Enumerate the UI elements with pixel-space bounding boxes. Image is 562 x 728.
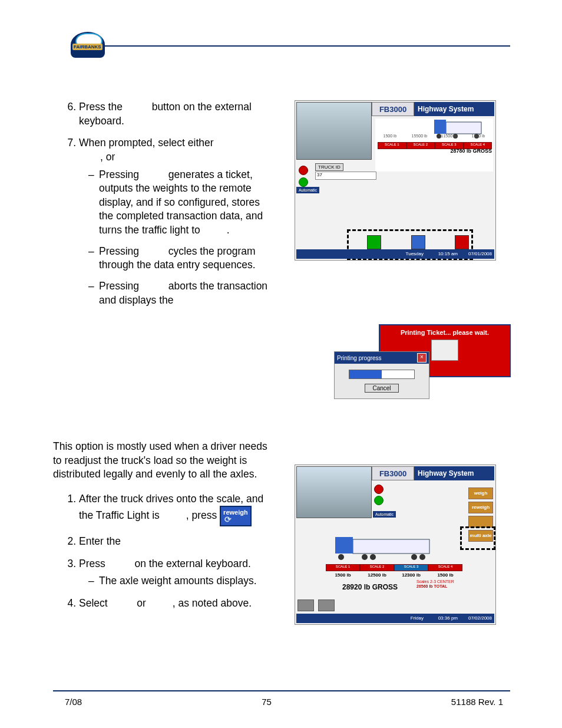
step-b2: Enter the (79, 535, 277, 549)
text: or (134, 597, 149, 609)
weight-val: 15500 lb (405, 134, 434, 138)
svg-point-9 (370, 554, 376, 560)
toolbar-button[interactable] (318, 599, 335, 611)
footer-rule (53, 690, 510, 691)
step-6: Press the button on the external keyboar… (79, 100, 277, 128)
page-number: 75 (262, 697, 272, 707)
fairbanks-logo: FAIRBANKS (71, 32, 105, 58)
svg-rect-1 (434, 120, 446, 134)
red-light-icon (374, 485, 384, 494)
footer-date: 7/08 (65, 697, 82, 707)
text: Press the (79, 101, 125, 113)
scale-tab: SCALE 4 (428, 564, 462, 571)
center-total: Scales 2-3 CENTER 26560 lb TOTAL (416, 579, 454, 588)
toolbar-buttons (297, 599, 337, 612)
status-date: 07/01/2008 (468, 251, 492, 256)
step-b4: Select or , as noted above. (79, 597, 277, 611)
green-light-icon (374, 496, 384, 505)
status-time: 03:36 pm (438, 615, 458, 621)
scale-tab: SCALE 2 (360, 564, 394, 571)
step-b1: After the truck drives onto the scale, a… (79, 492, 277, 526)
window-title: Printing progress (337, 355, 382, 361)
text: Enter the (79, 535, 121, 547)
app-title: Highway System (414, 102, 494, 116)
instruction-list-b: After the truck drives onto the scale, a… (53, 492, 277, 611)
traffic-light (374, 483, 384, 507)
text: . (227, 224, 230, 236)
status-time: 10:15 am (438, 251, 458, 256)
step-7-bullet-2: Pressing cycles the program through the … (91, 245, 277, 272)
text: , or (100, 151, 115, 163)
status-bar: Friday 03:36 pm 07/02/2008 (296, 614, 494, 623)
truck-photo (296, 466, 372, 518)
toolbar-button[interactable] (297, 599, 314, 611)
text: Pressing (99, 280, 142, 292)
scale-tab: SCALE 1 (326, 564, 360, 571)
weight-val: 1500 lb (375, 134, 405, 138)
step-b3-bullet: The axle weight amounts displays. (91, 574, 277, 588)
reweigh-button[interactable]: reweigh (468, 502, 493, 513)
step-b3: Press on the external keyboard. The axle… (79, 557, 277, 588)
automatic-tab[interactable]: Automatic (296, 187, 319, 193)
scale-tab: SCALE 3 (394, 564, 428, 571)
reweigh-button-inline: reweigh (220, 506, 252, 526)
instruction-list-a: Press the button on the external keyboar… (53, 100, 277, 307)
fb3000-logo: FB3000 (372, 102, 414, 116)
side-button[interactable] (468, 516, 493, 528)
red-light-icon (299, 166, 308, 175)
callout-box (460, 526, 495, 550)
svg-rect-6 (335, 537, 353, 554)
status-day: Tuesday (406, 251, 424, 256)
weight-val: 11500 lb (434, 134, 464, 138)
weight-val: 1500 lb (464, 134, 493, 138)
printer-icon (431, 340, 458, 361)
text: Select (79, 597, 111, 609)
weight-val: 1500 lb (428, 572, 462, 578)
svg-point-7 (338, 554, 344, 560)
svg-point-10 (411, 554, 417, 560)
weight-val: 12500 lb (360, 572, 394, 578)
weight-val: 1500 lb (326, 572, 360, 578)
truck-id-label: TRUCK ID (315, 163, 343, 171)
progress-bar (349, 370, 415, 379)
status-date: 07/02/2008 (468, 615, 492, 621)
footer-docid: 51188 Rev. 1 (451, 697, 503, 707)
svg-rect-5 (353, 539, 429, 554)
gross-total: 28780 lb GROSS (450, 148, 492, 154)
weigh-button[interactable]: weigh (468, 487, 493, 499)
automatic-tab[interactable]: Automatic (373, 511, 396, 518)
traffic-light (299, 163, 312, 189)
weight-val: 12300 lb (394, 572, 428, 578)
close-icon[interactable]: × (417, 353, 427, 363)
status-day: Friday (411, 615, 424, 621)
green-light-icon (299, 177, 308, 187)
screenshot-highway-system-1: FB3000 Highway System SCALE 1 SCALE 2 SC… (295, 100, 496, 261)
page-footer: 7/08 75 51188 Rev. 1 (65, 697, 503, 707)
logo-text: FAIRBANKS (72, 44, 103, 50)
svg-point-11 (419, 554, 425, 560)
svg-point-8 (362, 554, 368, 560)
svg-rect-0 (446, 122, 481, 134)
text: , as noted above. (173, 597, 252, 609)
cancel-button[interactable]: Cancel (365, 384, 398, 393)
status-bar: Tuesday 10:15 am 07/01/2008 (296, 249, 494, 259)
text: , press (186, 509, 217, 521)
screenshot-highway-system-2: FB3000 Highway System Automatic weigh re… (295, 465, 496, 625)
scale-tab: SCALE 2 (406, 142, 435, 149)
text: Press (79, 558, 108, 569)
truck-diagram (326, 536, 461, 562)
reweigh-intro-paragraph: This option is mostly used when a driver… (53, 440, 277, 482)
app-title: Highway System (414, 466, 494, 480)
truck-photo (296, 102, 372, 160)
text: Pressing (99, 169, 142, 180)
header-rule (71, 45, 510, 47)
text: Pressing (99, 245, 142, 257)
printing-message: Printing Ticket... please wait. (380, 329, 510, 336)
step-7-bullet-3: Pressing aborts the transaction and disp… (91, 279, 277, 307)
truck-id-input[interactable]: 37 (315, 172, 376, 180)
text: on the external keyboard. (132, 558, 251, 569)
text: When prompted, select either (79, 137, 214, 149)
step-7-bullet-1: Pressing generates a ticket, outputs the… (91, 168, 277, 238)
gross-total: 28920 lb GROSS (342, 583, 398, 591)
scale-tab: SCALE 1 (378, 142, 406, 149)
